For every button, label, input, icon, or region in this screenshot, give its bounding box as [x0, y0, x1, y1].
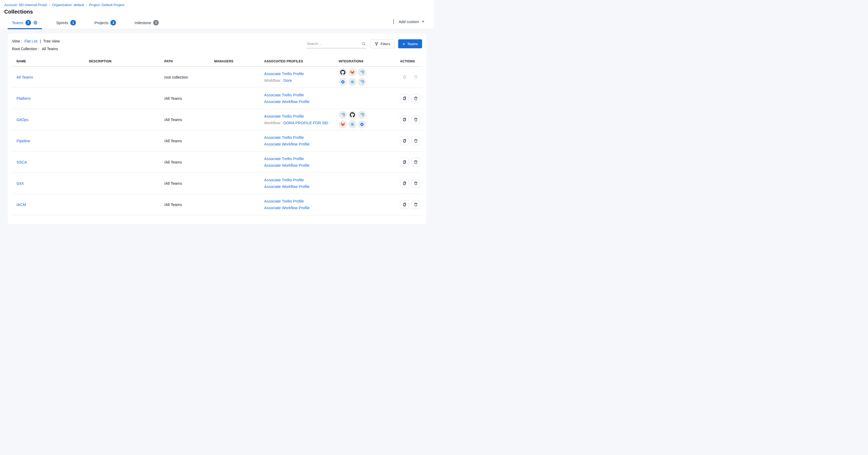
collection-name-link[interactable]: Pipeline — [17, 139, 30, 143]
add-custom-tab-button[interactable]: Add custom + — [399, 19, 425, 24]
delete-collection-button[interactable] — [411, 179, 420, 188]
integration-sonarqube-icon[interactable] — [339, 111, 347, 119]
chevron-right-icon: › — [86, 3, 87, 7]
copy-icon — [402, 181, 407, 186]
associate-trellis-profile-link[interactable]: Associate Trellis Profile — [264, 135, 339, 140]
filters-button[interactable]: Filters — [370, 39, 395, 48]
associate-workflow-profile-link[interactable]: Associate Workflow Profile — [264, 206, 310, 210]
copy-collection-button[interactable] — [400, 158, 409, 166]
integrations-cell — [339, 68, 366, 86]
toolbar: View : Flat List | Tree View Root Collec… — [12, 39, 422, 51]
collection-name-link[interactable]: GitOps — [17, 118, 28, 122]
associate-trellis-profile-link[interactable]: Associate Trellis Profile — [264, 199, 339, 203]
breadcrumb-project-link[interactable]: Project: Default Project — [89, 3, 124, 7]
integration-gitlab-icon[interactable] — [339, 120, 347, 128]
associate-workflow-profile-link[interactable]: Associate Workflow Profile — [264, 99, 310, 104]
associated-profiles-cell: Associate Trellis Profile Associate Work… — [264, 157, 339, 168]
path-cell: /All Teams — [164, 139, 214, 143]
collection-name-link[interactable]: All Teams — [17, 75, 33, 80]
collection-name-link[interactable]: GitX — [17, 181, 24, 186]
breadcrumb-organization-link[interactable]: Organization: default — [52, 3, 84, 7]
integration-github-icon[interactable] — [348, 111, 356, 119]
divider: | — [40, 39, 41, 43]
integration-jira-icon[interactable] — [339, 78, 347, 86]
collection-name-link[interactable]: SSCA — [17, 160, 27, 164]
copy-collection-button[interactable] — [400, 179, 409, 188]
root-collection-label: Root Collection : — [12, 47, 39, 51]
tab-milestone[interactable]: milestone 1 — [130, 17, 163, 29]
root-collection-value: All Teams — [42, 47, 58, 51]
view-controls: View : Flat List | Tree View Root Collec… — [12, 39, 60, 51]
table-row: IACM /All Teams Associate Trellis Profil… — [12, 194, 422, 215]
workflow-profile-link[interactable]: Dora — [283, 78, 291, 83]
search-input[interactable] — [307, 42, 360, 46]
associate-trellis-profile-link[interactable]: Associate Trellis Profile — [264, 178, 339, 182]
delete-collection-button[interactable] — [411, 158, 420, 166]
table-row: Platform /All Teams Associate Trellis Pr… — [12, 88, 422, 109]
workflow-line: Associate Workflow Profile — [264, 184, 339, 189]
workflow-prefix-label: Workflow: — [264, 121, 281, 125]
trash-icon — [413, 160, 418, 164]
integration-blue-diamond-grid-icon[interactable] — [348, 120, 356, 128]
associate-trellis-profile-link[interactable]: Associate Trellis Profile — [264, 114, 339, 118]
delete-collection-button[interactable] — [411, 136, 420, 145]
view-flat-list-option[interactable]: Flat List — [24, 39, 37, 43]
collection-name-link[interactable]: IACM — [17, 203, 26, 207]
actions-cell — [400, 73, 422, 82]
integration-sonarqube-icon[interactable] — [358, 111, 366, 119]
path-cell: /All Teams — [164, 160, 214, 164]
associate-trellis-profile-link[interactable]: Associate Trellis Profile — [264, 93, 339, 97]
actions-cell — [400, 136, 422, 145]
integration-blue-diamond-grid-icon[interactable] — [348, 78, 356, 86]
delete-collection-button[interactable] — [411, 115, 420, 124]
actions-cell — [400, 179, 422, 188]
tab-projects[interactable]: Projects 3 — [90, 17, 120, 29]
gear-icon[interactable] — [33, 21, 38, 25]
workflow-line: Workflow: DORA PROFILE FOR SEI — [264, 121, 339, 125]
associate-trellis-profile-link[interactable]: Associate Trellis Profile — [264, 157, 339, 161]
column-header-path: PATH — [164, 59, 214, 63]
delete-collection-button — [411, 73, 420, 82]
associated-profiles-cell: Associate Trellis Profile Associate Work… — [264, 178, 339, 189]
integration-sonarqube-icon[interactable] — [358, 68, 366, 77]
copy-collection-button[interactable] — [400, 94, 409, 103]
tab-sprints[interactable]: Sprints 1 — [52, 17, 80, 29]
copy-collection-button[interactable] — [400, 115, 409, 124]
delete-collection-button[interactable] — [411, 94, 420, 103]
integration-github-icon[interactable] — [339, 68, 347, 77]
tab-label: milestone — [134, 21, 151, 25]
path-cell: /All Teams — [164, 96, 214, 101]
associate-workflow-profile-link[interactable]: Associate Workflow Profile — [264, 184, 310, 189]
associate-workflow-profile-link[interactable]: Associate Workflow Profile — [264, 163, 310, 168]
add-teams-button[interactable]: + Teams — [398, 39, 422, 48]
column-header-integrations: INTEGRATIONS — [339, 59, 400, 63]
path-cell: /All Teams — [164, 118, 214, 122]
column-header-actions: ACTIONS — [400, 59, 422, 63]
integration-gitlab-icon[interactable] — [348, 68, 356, 77]
associated-profiles-cell: Associate Trellis Profile Workflow: DORA… — [264, 114, 339, 125]
search-box[interactable] — [306, 39, 367, 48]
actions-cell — [400, 94, 422, 103]
associate-workflow-profile-link[interactable]: Associate Workflow Profile — [264, 142, 310, 146]
copy-icon — [402, 202, 407, 207]
collection-name-link[interactable]: Platform — [17, 96, 31, 101]
integration-sonarqube-icon[interactable] — [358, 78, 366, 86]
main-content: View : Flat List | Tree View Root Collec… — [0, 29, 434, 224]
column-header-associated-profiles: ASSOCIATED PROFILES — [264, 59, 339, 63]
associate-trellis-profile-link[interactable]: Associate Trellis Profile — [264, 72, 339, 76]
associated-profiles-cell: Associate Trellis Profile Associate Work… — [264, 199, 339, 210]
workflow-profile-link[interactable]: DORA PROFILE FOR SEI — [283, 121, 328, 125]
breadcrumb-account-link[interactable]: Account: SEI-Internal-Prod2 — [4, 3, 47, 7]
associated-profiles-cell: Associate Trellis Profile Associate Work… — [264, 93, 339, 104]
delete-collection-button[interactable] — [411, 200, 420, 209]
toolbar-right: Filters + Teams — [306, 39, 422, 48]
copy-collection-button[interactable] — [400, 136, 409, 145]
table-row: Pipeline /All Teams Associate Trellis Pr… — [12, 130, 422, 152]
integrations-cell — [339, 111, 366, 128]
integration-jira-icon[interactable] — [358, 120, 366, 128]
tab-teams[interactable]: Teams 7 — [8, 17, 42, 29]
filters-label: Filters — [381, 42, 391, 46]
copy-collection-button[interactable] — [400, 200, 409, 209]
view-tree-view-option[interactable]: Tree View — [43, 39, 60, 43]
table-row: GitX /All Teams Associate Trellis Profil… — [12, 173, 422, 194]
